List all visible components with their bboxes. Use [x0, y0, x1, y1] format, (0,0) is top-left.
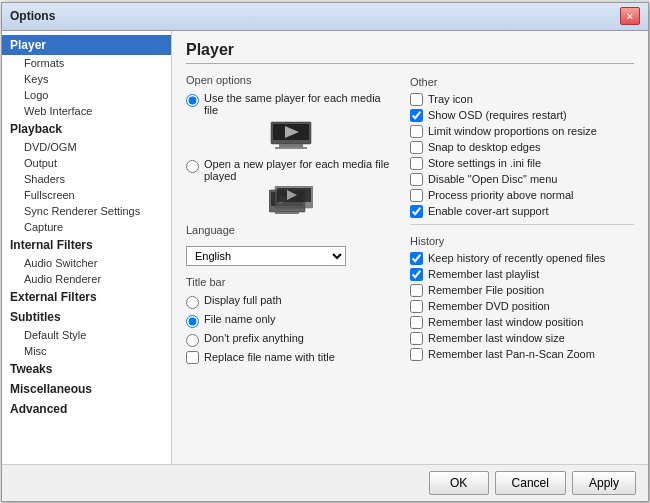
replace-checkbox-row: Replace file name with title — [186, 351, 396, 364]
sidebar-item-logo[interactable]: Logo — [2, 87, 171, 103]
replace-file-checkbox[interactable] — [186, 351, 199, 364]
store-ini-checkbox[interactable] — [410, 157, 423, 170]
radio-dont-prefix-option: Don't prefix anything — [186, 332, 396, 347]
remember-last-window-size-label: Remember last window size — [428, 332, 565, 344]
remember-last-window-size-checkbox[interactable] — [410, 332, 423, 345]
sidebar-item-capture[interactable]: Capture — [2, 219, 171, 235]
store-ini-label: Store settings in .ini file — [428, 157, 541, 169]
svg-rect-3 — [279, 144, 303, 147]
remember-pan-scan-label: Remember last Pan-n-Scan Zoom — [428, 348, 595, 360]
cancel-button[interactable]: Cancel — [495, 471, 566, 495]
radio-same-player[interactable] — [186, 94, 199, 107]
sidebar-item-playback[interactable]: Playback — [2, 119, 171, 139]
sidebar-item-internal-filters[interactable]: Internal Filters — [2, 235, 171, 255]
remember-last-window-position-row: Remember last window position — [410, 316, 634, 329]
language-section: Language English French German Spanish — [186, 224, 396, 266]
close-button[interactable]: × — [620, 7, 640, 25]
sidebar-item-web-interface[interactable]: Web Interface — [2, 103, 171, 119]
sidebar-item-output[interactable]: Output — [2, 155, 171, 171]
remember-last-playlist-label: Remember last playlist — [428, 268, 539, 280]
sidebar-item-keys[interactable]: Keys — [2, 71, 171, 87]
ok-button[interactable]: OK — [429, 471, 489, 495]
remember-file-position-row: Remember File position — [410, 284, 634, 297]
tray-icon-label: Tray icon — [428, 93, 473, 105]
sidebar-item-sync-renderer[interactable]: Sync Renderer Settings — [2, 203, 171, 219]
remember-last-window-size-row: Remember last window size — [410, 332, 634, 345]
radio-same-player-option: Use the same player for each media file — [186, 92, 396, 116]
process-priority-label: Process priority above normal — [428, 189, 574, 201]
remember-last-window-position-checkbox[interactable] — [410, 316, 423, 329]
sidebar-item-misc[interactable]: Misc — [2, 343, 171, 359]
remember-dvd-position-checkbox[interactable] — [410, 300, 423, 313]
sidebar-item-tweaks[interactable]: Tweaks — [2, 359, 171, 379]
divider — [410, 224, 634, 225]
media-icon-same — [186, 120, 396, 150]
disable-open-disc-checkbox[interactable] — [410, 173, 423, 186]
show-osd-row: Show OSD (requires restart) — [410, 109, 634, 122]
radio-full-path-label: Display full path — [204, 294, 282, 306]
limit-window-row: Limit window proportions on resize — [410, 125, 634, 138]
sidebar-item-formats[interactable]: Formats — [2, 55, 171, 71]
limit-window-label: Limit window proportions on resize — [428, 125, 597, 137]
remember-last-playlist-row: Remember last playlist — [410, 268, 634, 281]
process-priority-row: Process priority above normal — [410, 189, 634, 202]
main-content: Player Formats Keys Logo Web Interface P… — [2, 31, 648, 464]
sidebar-item-shaders[interactable]: Shaders — [2, 171, 171, 187]
radio-dont-prefix[interactable] — [186, 334, 199, 347]
radio-new-player-option: Open a new player for each media file pl… — [186, 158, 396, 182]
remember-dvd-position-row: Remember DVD position — [410, 300, 634, 313]
sidebar-item-fullscreen[interactable]: Fullscreen — [2, 187, 171, 203]
title-bar-section-label: Title bar — [186, 276, 396, 288]
sidebar-item-audio-renderer[interactable]: Audio Renderer — [2, 271, 171, 287]
radio-new-player[interactable] — [186, 160, 199, 173]
snap-desktop-checkbox[interactable] — [410, 141, 423, 154]
show-osd-checkbox[interactable] — [410, 109, 423, 122]
title-bar-section: Title bar Display full path File name on… — [186, 276, 396, 364]
radio-dont-prefix-label: Don't prefix anything — [204, 332, 304, 344]
enable-cover-label: Enable cover-art support — [428, 205, 548, 217]
remember-pan-scan-row: Remember last Pan-n-Scan Zoom — [410, 348, 634, 361]
remember-dvd-position-label: Remember DVD position — [428, 300, 550, 312]
media-icon-new — [186, 186, 396, 216]
sidebar-item-subtitles[interactable]: Subtitles — [2, 307, 171, 327]
remember-last-playlist-checkbox[interactable] — [410, 268, 423, 281]
bottom-bar: OK Cancel Apply — [2, 464, 648, 501]
apply-button[interactable]: Apply — [572, 471, 636, 495]
remember-pan-scan-checkbox[interactable] — [410, 348, 423, 361]
keep-history-checkbox[interactable] — [410, 252, 423, 265]
right-column: Other Tray icon Show OSD (requires resta… — [410, 74, 634, 364]
snap-desktop-label: Snap to desktop edges — [428, 141, 541, 153]
sidebar-item-audio-switcher[interactable]: Audio Switcher — [2, 255, 171, 271]
page-title: Player — [186, 41, 634, 64]
language-select[interactable]: English French German Spanish — [186, 246, 346, 266]
remember-file-position-checkbox[interactable] — [410, 284, 423, 297]
store-ini-row: Store settings in .ini file — [410, 157, 634, 170]
sidebar-item-advanced[interactable]: Advanced — [2, 399, 171, 419]
radio-file-name-only[interactable] — [186, 315, 199, 328]
limit-window-checkbox[interactable] — [410, 125, 423, 138]
tray-icon-checkbox[interactable] — [410, 93, 423, 106]
other-label: Other — [410, 76, 634, 88]
enable-cover-checkbox[interactable] — [410, 205, 423, 218]
radio-full-path[interactable] — [186, 296, 199, 309]
left-column: Open options Use the same player for eac… — [186, 74, 396, 364]
options-window: Options × Player Formats Keys Logo Web I… — [1, 2, 649, 502]
sidebar-item-player[interactable]: Player — [2, 35, 171, 55]
radio-full-path-option: Display full path — [186, 294, 396, 309]
replace-file-label: Replace file name with title — [204, 351, 335, 363]
radio-file-name-only-label: File name only — [204, 313, 276, 325]
svg-rect-8 — [275, 212, 299, 214]
sidebar-item-external-filters[interactable]: External Filters — [2, 287, 171, 307]
sidebar-item-dvd-ogm[interactable]: DVD/OGM — [2, 139, 171, 155]
sidebar-item-default-style[interactable]: Default Style — [2, 327, 171, 343]
sidebar-item-miscellaneous[interactable]: Miscellaneous — [2, 379, 171, 399]
window-title: Options — [10, 9, 55, 23]
process-priority-checkbox[interactable] — [410, 189, 423, 202]
language-label: Language — [186, 224, 396, 236]
show-osd-label: Show OSD (requires restart) — [428, 109, 567, 121]
radio-same-player-label: Use the same player for each media file — [204, 92, 396, 116]
disable-open-disc-row: Disable "Open Disc" menu — [410, 173, 634, 186]
svg-rect-4 — [275, 147, 307, 149]
enable-cover-row: Enable cover-art support — [410, 205, 634, 218]
two-col-layout: Open options Use the same player for eac… — [186, 74, 634, 364]
